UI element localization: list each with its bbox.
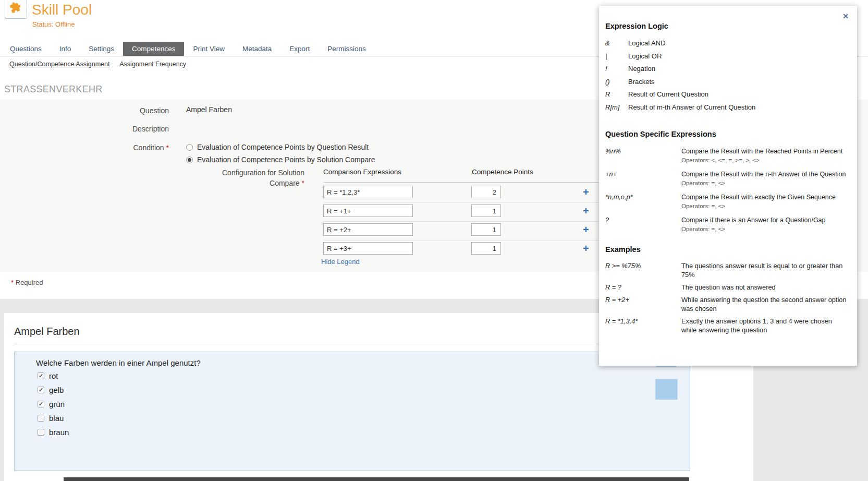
legend-item: () Brackets <box>605 76 850 89</box>
legend-section-title-examples: Examples <box>605 245 850 254</box>
row-divider <box>323 240 636 240</box>
answer-option-gelb[interactable]: gelb <box>38 385 64 394</box>
legend-desc-block: Compare if there is an Answer for a Ques… <box>681 216 826 233</box>
condition-option-question-result[interactable]: Evaluation of Competence Points by Quest… <box>186 143 369 151</box>
competence-points-input[interactable] <box>471 186 501 198</box>
legend-operators: Operators: =, <> <box>681 225 826 233</box>
radio-question-result[interactable] <box>186 144 193 151</box>
legend-symbol: R = *1,3,4* <box>605 317 681 334</box>
page: Skill Pool Status: Offline Questions Inf… <box>0 0 868 481</box>
condition-label-text: Condition <box>133 143 164 152</box>
sub-navigation: Question/Competence Assignment Assignmen… <box>9 61 194 68</box>
tab-print-view[interactable]: Print View <box>184 42 234 56</box>
legend-expression-item: +n+ Compare the Result with the n-th Ans… <box>605 170 850 187</box>
required-asterisk: * <box>11 279 14 286</box>
tab-questions[interactable]: Questions <box>1 42 51 56</box>
expression-legend-panel: ✕ Expression Logic & Logical AND | Logic… <box>599 6 857 366</box>
legend-desc: Compare the Result with exactly the Give… <box>681 193 836 201</box>
tab-permissions[interactable]: Permissions <box>319 42 375 56</box>
required-note: * Required <box>11 279 43 286</box>
answer-checkbox-blau[interactable] <box>38 415 44 422</box>
legend-item: & Logical AND <box>605 37 850 50</box>
column-header-competence-points: Competence Points <box>472 168 533 176</box>
legend-symbol: R >= %75% <box>605 261 681 279</box>
legend-desc: Negation <box>628 63 655 76</box>
competence-points-input[interactable] <box>471 205 501 217</box>
answer-label: blau <box>49 414 64 423</box>
add-expression-icon[interactable]: + <box>583 205 589 217</box>
answer-label: rot <box>49 371 58 380</box>
legend-example-item: R = ? The question was not answered <box>605 283 850 292</box>
add-expression-icon[interactable]: + <box>583 186 589 198</box>
comparison-expression-input[interactable] <box>323 242 413 255</box>
column-header-comparison-expressions: Comparison Expressions <box>323 168 401 176</box>
tab-export[interactable]: Export <box>280 42 319 56</box>
close-icon[interactable]: ✕ <box>842 12 849 20</box>
legend-desc: Brackets <box>628 76 655 89</box>
legend-item: R Result of Current Question <box>605 88 850 101</box>
required-note-text: Required <box>16 279 43 286</box>
legend-expression-item: ? Compare if there is an Answer for a Qu… <box>605 216 850 233</box>
legend-symbol: %n% <box>605 147 681 164</box>
legend-desc-block: Compare the Result with the Reached Poin… <box>681 147 842 164</box>
comparison-expression-input[interactable] <box>323 223 413 236</box>
config-label-line1: Configuration for Solution <box>222 169 304 177</box>
question-box: Welche Farben werden in einer Ampel genu… <box>14 352 690 471</box>
tab-info[interactable]: Info <box>51 42 80 56</box>
legend-desc-block: Compare the Result with exactly the Give… <box>681 193 836 210</box>
add-expression-icon[interactable]: + <box>583 243 589 254</box>
legend-operators: Operators: =, <> <box>681 179 846 187</box>
legend-symbol: R[m] <box>605 101 628 114</box>
section-title: STRASSENVERKEHR <box>4 84 103 95</box>
page-title: Skill Pool <box>32 2 92 18</box>
legend-symbol: & <box>605 37 628 50</box>
answer-option-braun[interactable]: braun <box>38 427 69 437</box>
question-text: Welche Farben werden in einer Ampel genu… <box>36 358 201 367</box>
tab-settings[interactable]: Settings <box>80 42 123 56</box>
row-divider <box>323 202 636 203</box>
radio-label: Evaluation of Competence Points by Quest… <box>197 143 369 151</box>
radio-solution-compare[interactable] <box>186 157 193 163</box>
comparison-expression-input[interactable] <box>323 186 413 198</box>
condition-option-solution-compare[interactable]: Evaluation of Competence Points by Solut… <box>186 155 375 164</box>
answer-option-blau[interactable]: blau <box>38 413 64 423</box>
config-solution-compare-label: Configuration for Solution Compare * <box>0 167 304 188</box>
legend-desc: While answering the question the second … <box>681 295 847 313</box>
legend-symbol: R <box>605 88 628 101</box>
hide-legend-link[interactable]: Hide Legend <box>321 258 360 266</box>
legend-desc: Exactly the answer options 1, 3 and 4 we… <box>681 317 847 334</box>
legend-symbol: *n,m,o,p* <box>605 193 681 210</box>
answer-checkbox-gelb[interactable] <box>38 387 44 393</box>
legend-symbol: R = +2+ <box>605 295 681 313</box>
answer-label: grün <box>49 400 65 408</box>
answer-option-gruen[interactable]: grün <box>38 399 65 408</box>
legend-symbol: ? <box>605 216 681 233</box>
row-divider <box>323 221 636 222</box>
add-expression-icon[interactable]: + <box>583 224 589 235</box>
answer-checkbox-rot[interactable] <box>38 372 44 379</box>
tab-metadata[interactable]: Metadata <box>234 42 280 56</box>
puzzle-icon <box>9 1 23 16</box>
bottom-strip <box>64 477 689 481</box>
legend-example-item: R >= %75% The questions answer result is… <box>605 261 850 279</box>
legend-desc: Result of Current Question <box>628 88 708 101</box>
legend-example-item: R = +2+ While answering the question the… <box>605 295 850 313</box>
answer-option-rot[interactable]: rot <box>38 371 58 380</box>
status-text: Status: Offline <box>32 20 75 28</box>
legend-section-title-question-specific: Question Specific Expressions <box>605 129 850 139</box>
comparison-expression-input[interactable] <box>323 205 413 217</box>
competence-points-input[interactable] <box>471 242 501 255</box>
legend-operators: Operators: =, <> <box>681 202 836 210</box>
tab-competences[interactable]: Competences <box>123 42 184 56</box>
answer-checkbox-braun[interactable] <box>38 429 44 436</box>
competence-points-input[interactable] <box>471 223 501 236</box>
subnav-question-competence-assignment[interactable]: Question/Competence Assignment <box>9 61 109 68</box>
answer-label: gelb <box>49 386 64 394</box>
legend-section-title-expression-logic: Expression Logic <box>605 21 850 31</box>
answer-checkbox-gruen[interactable] <box>38 401 44 407</box>
legend-item: ! Negation <box>605 63 850 76</box>
legend-desc: Result of m-th Answer of Current Questio… <box>628 101 755 114</box>
question-label: Question <box>0 106 169 115</box>
subnav-assignment-frequency[interactable]: Assignment Frequency <box>119 61 186 68</box>
legend-expression-item: %n% Compare the Result with the Reached … <box>605 147 850 164</box>
